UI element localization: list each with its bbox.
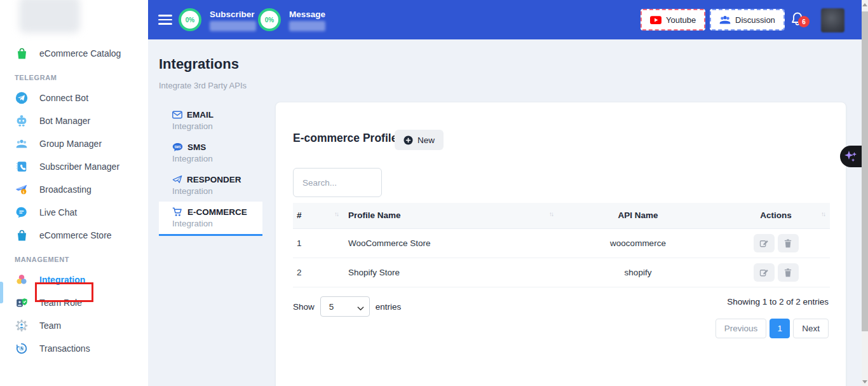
- page-subtitle: Integrate 3rd Party APIs: [159, 81, 247, 90]
- previous-page-button[interactable]: Previous: [715, 319, 767, 338]
- tab-subtitle: Integration: [172, 121, 262, 131]
- tab-subtitle: Integration: [172, 154, 262, 163]
- discussion-button-label: Discussion: [735, 15, 775, 25]
- tab-sms-integration[interactable]: SMS SMS Integration: [159, 137, 262, 169]
- sidebar-item-subscriber-manager[interactable]: Subscriber Manager: [0, 155, 148, 178]
- delete-button[interactable]: [778, 263, 799, 282]
- sidebar-item-label: Subscriber Manager: [39, 162, 119, 172]
- sort-icon[interactable]: ↑↓: [549, 210, 553, 217]
- active-item-indicator: [0, 282, 3, 303]
- color-circles-icon: [15, 273, 29, 287]
- youtube-button[interactable]: Youtube: [641, 9, 705, 31]
- sidebar-item-broadcasting[interactable]: 1 Broadcasting: [0, 178, 148, 201]
- hamburger-menu-icon[interactable]: [158, 15, 172, 25]
- sidebar: eCommerce Catalog TELEGRAM Connect Bot B…: [0, 0, 148, 386]
- sidebar-item-ecommerce-catalog[interactable]: eCommerce Catalog: [0, 42, 148, 65]
- plus-circle-icon: [403, 135, 413, 145]
- subscriber-value-blurred: [210, 21, 256, 31]
- scrollbar-up-arrow[interactable]: [862, 3, 867, 6]
- tab-email-integration[interactable]: EMAIL Integration: [159, 104, 262, 137]
- next-page-button[interactable]: Next: [793, 319, 829, 338]
- notification-count-badge: 6: [798, 16, 810, 27]
- column-header-profile-name[interactable]: Profile Name↑↓: [344, 203, 554, 228]
- table-row: 1 WooCommerce Store woocommerce: [293, 228, 830, 258]
- subscriber-progress-ring: 0%: [179, 8, 201, 31]
- edit-icon: [759, 268, 769, 277]
- sort-icon[interactable]: ↑↓: [334, 210, 338, 217]
- sidebar-item-label: Team: [39, 321, 61, 331]
- sidebar-item-transactions[interactable]: Transactions: [0, 337, 148, 360]
- trash-icon: [783, 268, 792, 277]
- message-percent: 0%: [265, 17, 274, 24]
- trash-icon: [783, 238, 792, 248]
- column-header-actions[interactable]: Actions↑↓: [722, 203, 830, 228]
- tab-title: EMAIL: [187, 110, 214, 120]
- page-title: Integrations: [159, 56, 239, 72]
- sidebar-item-label: Bot Manager: [39, 116, 90, 126]
- sidebar-item-group-manager[interactable]: Group Manager: [0, 132, 148, 155]
- tab-title: E-COMMERCE: [187, 207, 247, 217]
- sidebar-item-team[interactable]: Team: [0, 314, 148, 337]
- shopping-bag-icon: [15, 46, 29, 60]
- history-clock-icon: [15, 341, 29, 355]
- youtube-button-label: Youtube: [666, 15, 696, 25]
- column-header-num[interactable]: #↑↓: [293, 203, 344, 228]
- sidebar-item-label: Broadcasting: [39, 184, 92, 195]
- sidebar-section-telegram: TELEGRAM: [0, 65, 148, 86]
- table-row: 2 Shopify Store shopify: [293, 258, 830, 287]
- show-label: Show: [293, 302, 315, 312]
- row-number: 1: [293, 228, 344, 258]
- envelope-icon: [172, 111, 182, 119]
- table-header-row: #↑↓ Profile Name↑↓ API Name Actions↑↓: [293, 203, 830, 228]
- profile-name-cell: Shopify Store: [344, 258, 554, 287]
- edit-button[interactable]: [754, 234, 775, 252]
- topbar: 0% Subscriber 0% Message Youtube Discuss…: [148, 0, 868, 39]
- sidebar-item-integration[interactable]: Integration: [0, 268, 148, 291]
- scrollbar-down-arrow[interactable]: [862, 380, 867, 383]
- pagination: Previous 1 Next: [715, 319, 829, 338]
- sidebar-nav: eCommerce Catalog TELEGRAM Connect Bot B…: [0, 42, 148, 360]
- message-widget-label: Message: [289, 10, 325, 19]
- sms-bubble-icon: SMS: [172, 142, 183, 152]
- sidebar-item-ecommerce-store[interactable]: eCommerce Store: [0, 224, 148, 247]
- sidebar-item-connect-bot[interactable]: Connect Bot: [0, 86, 148, 109]
- tab-responder-integration[interactable]: RESPONDER Integration: [159, 169, 262, 202]
- ecommerce-profile-card: E-commerce Profile New #↑↓ Profile Name↑…: [275, 102, 846, 386]
- user-avatar[interactable]: [821, 8, 844, 32]
- integration-type-nav: EMAIL Integration SMS SMS Integration RE…: [159, 104, 262, 236]
- profile-name-cell: WooCommerce Store: [344, 228, 554, 258]
- sidebar-item-label: eCommerce Store: [39, 230, 112, 240]
- app-logo-blurred: [19, 0, 80, 33]
- page-size-select[interactable]: 5: [320, 296, 370, 317]
- search-input[interactable]: [293, 168, 382, 197]
- column-header-api-name[interactable]: API Name: [554, 203, 722, 228]
- new-profile-button[interactable]: New: [395, 130, 444, 150]
- user-group-icon: [15, 137, 29, 151]
- tab-ecommerce-integration[interactable]: E-COMMERCE Integration: [159, 202, 262, 236]
- badge-shield-icon: [15, 296, 29, 310]
- sidebar-item-live-chat[interactable]: Live Chat: [0, 201, 148, 224]
- sidebar-item-label: eCommerce Catalog: [39, 48, 121, 59]
- gear-user-icon: [15, 319, 29, 333]
- sidebar-item-bot-manager[interactable]: Bot Manager: [0, 109, 148, 132]
- profiles-table: #↑↓ Profile Name↑↓ API Name Actions↑↓ 1 …: [293, 203, 830, 287]
- discussion-button[interactable]: Discussion: [710, 9, 785, 31]
- panel-heading: E-commerce Profile: [293, 132, 397, 145]
- tab-subtitle: Integration: [172, 186, 262, 196]
- page-1-button[interactable]: 1: [770, 319, 790, 338]
- sidebar-item-label: Transactions: [39, 343, 90, 354]
- sort-icon[interactable]: ↑↓: [821, 210, 825, 217]
- vertical-scrollbar[interactable]: [862, 0, 868, 386]
- ai-assistant-button[interactable]: [840, 146, 862, 167]
- sidebar-item-team-role[interactable]: Team Role: [0, 291, 148, 314]
- svg-text:SMS: SMS: [174, 146, 180, 149]
- tab-subtitle: Integration: [172, 219, 262, 228]
- delete-button[interactable]: [778, 234, 799, 252]
- edit-button[interactable]: [754, 263, 775, 282]
- notification-bell[interactable]: 6: [790, 11, 809, 30]
- scrollbar-thumb[interactable]: [862, 11, 868, 331]
- edit-icon: [759, 238, 769, 248]
- telegram-plane-icon: [15, 91, 29, 105]
- showing-entries-text: Showing 1 to 2 of 2 entries: [727, 297, 829, 307]
- sparkles-icon: [843, 149, 858, 164]
